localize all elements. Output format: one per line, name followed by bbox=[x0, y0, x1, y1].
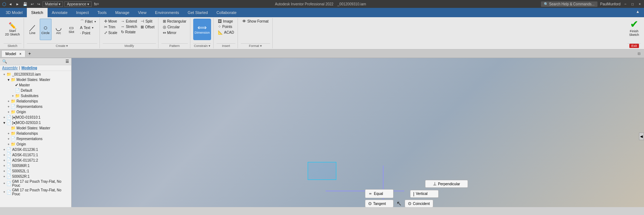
tree-expand-icon[interactable]: + bbox=[6, 100, 11, 103]
tab-annotate[interactable]: Annotate bbox=[48, 8, 72, 17]
tree-item[interactable]: + 📄 500586R:1 bbox=[0, 163, 71, 168]
tangent-btn[interactable]: ⊙ Tangent bbox=[365, 200, 394, 207]
nav-forward[interactable]: ► bbox=[15, 2, 20, 6]
right-panel-toggle[interactable]: ◀ bbox=[639, 133, 644, 140]
tab-manage[interactable]: Manage bbox=[111, 8, 134, 17]
tree-item[interactable]: 📄 Default bbox=[0, 88, 71, 93]
doc-tab-model[interactable]: Model × bbox=[1, 50, 25, 57]
tree-expand-icon[interactable]: + bbox=[6, 105, 11, 109]
tree-item[interactable]: + 📄 GMI 17 oz Pouch Tray-Flat, No Pouc bbox=[0, 188, 71, 196]
tab-inspect[interactable]: Inspect bbox=[72, 8, 93, 17]
tab-collaborate[interactable]: Collaborate bbox=[212, 8, 241, 17]
canvas-area[interactable]: ⊥ Perpendicular ＝ Equal | Vertical bbox=[72, 58, 644, 207]
tree-item[interactable]: + 📁 Substitutes bbox=[0, 93, 71, 99]
redo-btn[interactable]: ↪ bbox=[36, 2, 41, 6]
scale-btn[interactable]: ⤢ Scale bbox=[103, 30, 119, 35]
finish-sketch-btn[interactable]: ✔ FinishSketch bbox=[628, 19, 640, 37]
constrain-dropdown-icon[interactable]: ▾ bbox=[209, 44, 210, 48]
panel-toggle-right[interactable]: ⊟ bbox=[635, 51, 643, 56]
tree-item[interactable]: ▼ 📁 Model States: Master bbox=[0, 77, 71, 82]
window-close[interactable]: × bbox=[638, 2, 642, 6]
panel-menu-icon[interactable]: ☰ bbox=[65, 59, 69, 64]
tree-item[interactable]: 📁 Model States: Master bbox=[0, 125, 71, 131]
mirror-btn[interactable]: ⇔ Mirror bbox=[161, 30, 188, 35]
image-btn[interactable]: 🖼 Image bbox=[216, 19, 235, 24]
tree-item[interactable]: + 📄 [♦]MOD-019310:1 bbox=[0, 115, 71, 120]
circular-pattern-btn[interactable]: ◎ Circular bbox=[161, 24, 188, 30]
tab-tools[interactable]: Tools bbox=[93, 8, 111, 17]
rotate-btn[interactable]: ↻ Rotate bbox=[119, 29, 139, 35]
tree-item[interactable]: ▼ 📄 [●]MOD-029310:1 bbox=[0, 120, 71, 125]
tree-expand-icon[interactable]: + bbox=[2, 169, 6, 173]
trim-btn[interactable]: ✂ Trim bbox=[103, 24, 119, 30]
search-box[interactable]: 🔍 Search Help & Commands... bbox=[541, 1, 597, 7]
start-2d-sketch-btn[interactable]: ✏️ Start2D Sketch bbox=[4, 19, 21, 40]
perpendicular-btn[interactable]: ⊥ Perpendicular bbox=[425, 180, 468, 188]
tree-expand-icon[interactable]: + bbox=[2, 148, 6, 152]
extend-btn[interactable]: → Extend bbox=[119, 19, 139, 24]
tree-expand-icon[interactable]: + bbox=[2, 73, 6, 76]
breadcrumb-assembly[interactable]: Assembly bbox=[2, 66, 18, 70]
line-btn[interactable]: ／ Line bbox=[27, 19, 38, 40]
tree-item[interactable]: + 📄 ADSK-011236:1 bbox=[0, 147, 71, 152]
tree-expand-icon[interactable]: + bbox=[6, 110, 11, 114]
undo-btn[interactable]: ↩ bbox=[30, 2, 35, 6]
acad-btn[interactable]: 📐 ACAD bbox=[216, 30, 235, 35]
offset-btn[interactable]: ⊠ Offset bbox=[139, 24, 156, 30]
tree-item[interactable]: + 📄 500652L:1 bbox=[0, 168, 71, 174]
tab-environments[interactable]: Environments bbox=[151, 8, 183, 17]
tree-expand-icon[interactable]: + bbox=[11, 94, 15, 98]
vertical-btn[interactable]: | Vertical bbox=[410, 190, 439, 198]
split-btn[interactable]: ⊣ Split bbox=[139, 19, 156, 24]
dimension-btn[interactable]: ⟺ Dimension bbox=[193, 19, 211, 40]
format-dropdown-icon[interactable]: ▾ bbox=[260, 44, 262, 48]
equal-btn[interactable]: ＝ Equal bbox=[365, 189, 394, 198]
window-maximize[interactable]: □ bbox=[630, 2, 635, 6]
tab-get-started[interactable]: Get Started bbox=[184, 8, 212, 17]
points-btn[interactable]: ⁘ Points bbox=[216, 24, 235, 29]
point-btn[interactable]: · Point bbox=[79, 30, 97, 35]
tree-expand-icon[interactable]: + bbox=[2, 164, 6, 168]
ribbon-collapse[interactable]: ▲ bbox=[633, 8, 643, 17]
tree-item[interactable]: + 📁 Origin bbox=[0, 142, 71, 147]
window-minimize[interactable]: − bbox=[623, 2, 628, 6]
nav-back[interactable]: ◄ bbox=[8, 2, 13, 6]
tree-expand-icon[interactable]: + bbox=[6, 143, 11, 146]
slot-btn[interactable]: ▭ Slot bbox=[66, 19, 77, 40]
tree-item[interactable]: + 📁 Relationships bbox=[0, 131, 71, 136]
tree-item[interactable]: + 📄 500652R:1 bbox=[0, 174, 71, 179]
coincident-btn[interactable]: ⊙ Coincident bbox=[405, 200, 433, 207]
tree-expand-icon[interactable]: + bbox=[2, 182, 6, 185]
show-format-btn[interactable]: 👁 Show Format bbox=[241, 19, 270, 24]
tree-item[interactable]: ✔ Master bbox=[0, 82, 71, 88]
fillet-btn[interactable]: ⌒ Fillet ▾ bbox=[79, 19, 97, 25]
tree-item[interactable]: + 📄 Representations bbox=[0, 104, 71, 109]
tree-expand-icon[interactable]: + bbox=[2, 190, 6, 194]
tab-sketch[interactable]: Sketch bbox=[27, 8, 48, 17]
exit-btn[interactable]: Exit bbox=[629, 44, 639, 48]
tree-expand-icon[interactable]: + bbox=[2, 159, 6, 162]
text-btn[interactable]: A Text ▾ bbox=[79, 25, 97, 30]
tree-item[interactable]: + 📄 ADSK-011671:1 bbox=[0, 152, 71, 158]
fx-btn[interactable]: fx= bbox=[93, 2, 100, 6]
tree-item[interactable]: + 📁 _0012009310.iam bbox=[0, 72, 71, 77]
breadcrumb-modeling[interactable]: Modeling bbox=[21, 66, 37, 70]
search-icon[interactable]: 🔍 bbox=[2, 59, 7, 64]
tree-expand-icon[interactable]: + bbox=[6, 137, 11, 141]
material-dropdown[interactable]: Material ▾ bbox=[43, 1, 63, 7]
save-btn[interactable]: 💾 bbox=[22, 2, 28, 6]
stretch-btn[interactable]: ↔ Stretch bbox=[119, 24, 139, 29]
appearance-dropdown[interactable]: Appearance ▾ bbox=[64, 1, 92, 7]
tree-expand-icon[interactable]: + bbox=[6, 132, 11, 135]
tree-expand-icon[interactable]: + bbox=[2, 116, 6, 119]
doc-tab-close[interactable]: × bbox=[19, 52, 21, 56]
circle-btn[interactable]: ○ Circle bbox=[40, 19, 52, 40]
arc-btn[interactable]: ◡ Arc bbox=[53, 19, 64, 40]
doc-tab-add[interactable]: + bbox=[26, 50, 33, 57]
tree-item[interactable]: + 📁 Relationships bbox=[0, 99, 71, 104]
tree-expand-icon[interactable]: + bbox=[2, 175, 6, 178]
tree-item[interactable]: + 📄 Representations bbox=[0, 136, 71, 142]
tree-item[interactable]: + 📄 ADSK-011671:2 bbox=[0, 158, 71, 163]
create-dropdown-icon[interactable]: ▾ bbox=[66, 44, 68, 48]
rectangular-btn[interactable]: ⊞ Rectangular bbox=[161, 19, 188, 24]
